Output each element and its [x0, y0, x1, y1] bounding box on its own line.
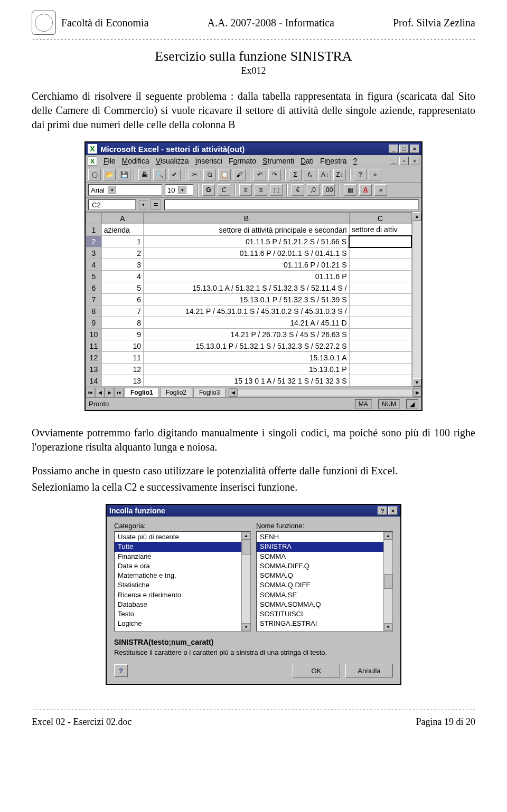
scroll-down-icon[interactable]: ▼ — [242, 623, 250, 631]
list-item[interactable]: SOMMA.SE — [257, 590, 383, 600]
scroll-up-icon[interactable]: ▲ — [412, 212, 421, 221]
scroll-down-icon[interactable]: ▼ — [412, 378, 421, 387]
workbook-icon[interactable]: X — [88, 156, 97, 166]
name-box-dropdown-icon[interactable]: ▾ — [139, 200, 147, 209]
format-toolbar-more-icon[interactable]: » — [374, 184, 387, 196]
scroll-left-icon[interactable]: ◀ — [229, 388, 237, 397]
cell[interactable]: 01.11.5 P / 51.21.2 S / 51.66 S — [144, 236, 350, 247]
help-icon[interactable]: ? — [354, 169, 367, 180]
category-listbox[interactable]: Usate più di recente Tutte Finanziarie D… — [114, 531, 251, 632]
listbox-scrollbar[interactable]: ▲ ▼ — [241, 532, 250, 631]
bold-icon[interactable]: G — [202, 184, 215, 196]
list-item[interactable]: Statistiche — [115, 580, 241, 590]
close-button[interactable]: × — [410, 145, 419, 153]
tab-first-icon[interactable]: ⏮ — [86, 388, 95, 397]
list-item[interactable]: SUBTOTALE — [257, 629, 383, 632]
list-item[interactable]: Ricerca e riferimento — [115, 590, 241, 600]
function-listbox[interactable]: SENH SINISTRA SOMMA SOMMA.DIFF.Q SOMMA.Q… — [256, 531, 393, 632]
toolbar-more-icon[interactable]: » — [369, 169, 381, 180]
list-item[interactable]: STRINGA.ESTRAI — [257, 619, 383, 628]
listbox-scrollbar[interactable]: ▲ ▼ — [383, 532, 392, 631]
worksheet-grid[interactable]: A B C 1 azienda settore di attività prin… — [86, 212, 421, 387]
vertical-scrollbar[interactable]: ▲ ▼ — [412, 212, 421, 387]
open-icon[interactable]: 📂 — [103, 169, 116, 180]
increase-decimal-icon[interactable]: ,0 — [307, 184, 320, 196]
row-header[interactable]: 1 — [86, 224, 102, 236]
list-item[interactable]: SOMMA.SOMMA.Q — [257, 600, 383, 609]
autosum-icon[interactable]: Σ — [289, 169, 302, 180]
font-color-icon[interactable]: A — [359, 184, 372, 196]
cell[interactable]: 1 — [101, 236, 143, 247]
sheet-tab-foglio1[interactable]: Foglio1 — [125, 388, 159, 397]
paste-icon[interactable]: 📋 — [218, 169, 231, 180]
list-item[interactable]: Finanziarie — [115, 552, 241, 561]
menu-finestra[interactable]: Finestra — [320, 157, 347, 165]
list-item[interactable]: Logiche — [115, 619, 241, 628]
menu-formato[interactable]: Formato — [229, 157, 256, 165]
scroll-right-icon[interactable]: ▶ — [413, 388, 421, 397]
ok-button[interactable]: OK — [293, 664, 340, 677]
italic-icon[interactable]: C — [218, 184, 230, 196]
align-center-icon[interactable]: ≡ — [255, 184, 267, 196]
list-item-selected[interactable]: SINISTRA — [257, 542, 383, 551]
menu-strumenti[interactable]: Strumenti — [262, 157, 294, 165]
font-name-combo[interactable]: Arial▾ — [88, 184, 162, 196]
cancel-button[interactable]: Annulla — [345, 664, 393, 677]
list-item[interactable]: SOMMA — [257, 552, 383, 561]
mdi-minimize-button[interactable]: _ — [389, 157, 398, 165]
menu-dati[interactable]: Dati — [301, 157, 314, 165]
list-item[interactable]: Usate più di recente — [115, 532, 241, 542]
dialog-help-button[interactable]: ? — [378, 507, 387, 515]
list-item[interactable]: SOSTITUISCI — [257, 609, 383, 619]
list-item[interactable]: SENH — [257, 532, 383, 542]
sort-asc-icon[interactable]: A↓ — [318, 169, 331, 180]
save-icon[interactable]: 💾 — [118, 169, 130, 180]
merge-center-icon[interactable]: ⬚ — [270, 184, 283, 196]
list-item[interactable]: Testo — [115, 609, 241, 619]
sheet-tab-foglio3[interactable]: Foglio3 — [193, 388, 226, 397]
function-icon[interactable]: fₓ — [304, 169, 316, 180]
maximize-button[interactable]: □ — [399, 145, 409, 153]
column-header-b[interactable]: B — [144, 213, 350, 224]
scroll-up-icon[interactable]: ▲ — [242, 532, 250, 540]
cell[interactable]: settore di attività principale e seconda… — [144, 224, 350, 236]
cut-icon[interactable]: ✂ — [189, 169, 201, 180]
menu-visualizza[interactable]: Visualizza — [156, 157, 189, 165]
formula-input[interactable] — [164, 199, 419, 210]
column-header-a[interactable]: A — [101, 213, 143, 224]
preview-icon[interactable]: 🔍 — [153, 169, 166, 180]
name-box[interactable]: C2 — [88, 199, 136, 210]
scroll-down-icon[interactable]: ▼ — [384, 623, 392, 631]
sheet-tab-foglio2[interactable]: Foglio2 — [160, 388, 192, 397]
horizontal-scrollbar[interactable]: ◀ ▶ — [229, 388, 421, 397]
decrease-decimal-icon[interactable]: ,00 — [322, 184, 335, 196]
font-size-combo[interactable]: 10▾ — [165, 184, 193, 196]
dialog-help-icon[interactable]: ? — [114, 664, 128, 677]
list-item[interactable]: Informative — [115, 629, 241, 632]
mdi-restore-button[interactable]: ▫ — [399, 157, 409, 165]
list-item[interactable]: Data e ora — [115, 561, 241, 571]
tab-last-icon[interactable]: ⏭ — [114, 388, 124, 397]
list-item-selected[interactable]: Tutte — [115, 542, 241, 551]
list-item[interactable]: SOMMA.Q — [257, 571, 383, 580]
format-painter-icon[interactable]: 🖌 — [233, 169, 246, 180]
undo-icon[interactable]: ↶ — [253, 169, 266, 180]
scroll-up-icon[interactable]: ▲ — [384, 532, 392, 540]
chevron-down-icon[interactable]: ▾ — [108, 186, 116, 194]
tab-next-icon[interactable]: ▶ — [105, 388, 114, 397]
list-item[interactable]: Database — [115, 600, 241, 609]
menu-inserisci[interactable]: Inserisci — [195, 157, 222, 165]
menu-help[interactable]: ? — [353, 157, 357, 165]
cell[interactable]: azienda — [101, 224, 143, 236]
minimize-button[interactable]: _ — [389, 145, 398, 153]
selected-cell[interactable] — [349, 236, 411, 247]
mdi-close-button[interactable]: × — [410, 157, 419, 165]
list-item[interactable]: SOMMA.DIFF.Q — [257, 561, 383, 571]
list-item[interactable]: Matematiche e trig. — [115, 571, 241, 580]
print-icon[interactable]: 🖶 — [138, 169, 151, 180]
chevron-down-icon[interactable]: ▾ — [178, 186, 186, 194]
currency-icon[interactable]: € — [292, 184, 304, 196]
menu-file[interactable]: File — [104, 157, 116, 165]
select-all-corner[interactable] — [86, 213, 102, 224]
redo-icon[interactable]: ↷ — [268, 169, 281, 180]
